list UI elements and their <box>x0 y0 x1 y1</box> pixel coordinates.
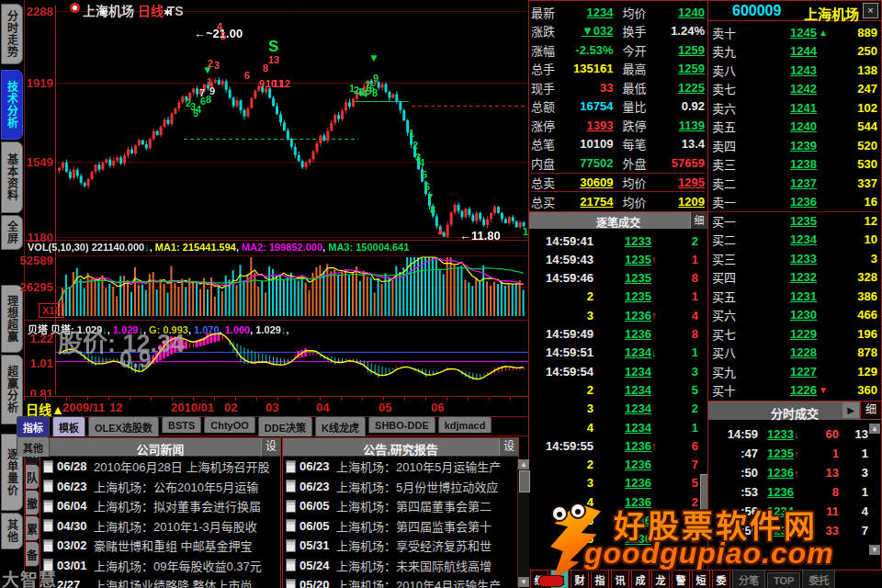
kline-chart-canvas[interactable] <box>24 0 528 241</box>
bottom-tab-逐[interactable]: 逐 <box>550 570 569 588</box>
quote-value[interactable]: 1295 <box>663 175 706 189</box>
bottom-tab-细[interactable]: 细 <box>530 570 548 588</box>
ask-row-卖三[interactable]: 卖三1238530 <box>712 155 877 174</box>
quote-value[interactable]: 1.24% <box>663 24 706 38</box>
quote-value[interactable]: 1209 <box>663 195 706 209</box>
bid-row-买五[interactable]: 买五1231386 <box>712 287 877 305</box>
chart-tab-模板[interactable]: 模板 <box>52 416 85 436</box>
chart-tab-kdjmacd[interactable]: kdjmacd <box>438 416 492 433</box>
period-selector[interactable]: 日线▲ <box>26 400 64 418</box>
bid-row-买四[interactable]: 买四1232328 <box>712 268 877 287</box>
ask-row-卖八[interactable]: 卖八1243138 <box>712 61 877 79</box>
company-news-settings-button[interactable]: 设 <box>261 438 280 456</box>
bottom-tab-TOP[interactable]: TOP <box>767 572 800 588</box>
mini-tab-累[interactable]: 累 <box>25 515 40 541</box>
news-item[interactable]: 05/20上海机场：2010年4月运输生产 <box>283 575 518 588</box>
bottom-tab-财[interactable]: 财 <box>571 570 589 588</box>
news-item[interactable]: 05/31上海机场：享受经济复苏和世 <box>283 536 518 556</box>
close-icon[interactable]: × <box>863 3 878 18</box>
time-sales-row[interactable]: :471235↑11 <box>710 444 868 463</box>
ask-row-卖六[interactable]: 卖六1241102 <box>712 98 877 117</box>
time-sales-row[interactable]: :591236↑337 <box>710 521 868 540</box>
mini-tab-队[interactable]: 队 <box>25 464 40 490</box>
time-sales-row[interactable]: :561234↓114 <box>710 502 868 521</box>
tick-row[interactable]: 412362 <box>531 492 698 511</box>
quote-value[interactable]: 77502 <box>571 156 614 170</box>
chart-tab-ChtyOO[interactable]: ChtyOO <box>204 416 255 433</box>
tick-row[interactable]: 312342 <box>531 400 698 418</box>
news-item[interactable]: 06/05上海机场：第四届董事会第二 <box>283 496 518 516</box>
quote-value[interactable]: 135161 <box>571 62 614 75</box>
bid-row-买三[interactable]: 买三12333 <box>712 249 877 267</box>
chart-tab-指标[interactable]: 指标 <box>17 416 50 436</box>
news-item[interactable]: 04/30上海机场：2010年1-3月每股收 <box>40 516 280 537</box>
quote-value[interactable]: 21754 <box>571 195 614 209</box>
news-scrollbar[interactable]: ▲ ▼ <box>517 459 529 587</box>
time-sales-row[interactable]: :501236↑133 <box>710 463 868 482</box>
ask-row-卖一[interactable]: 卖一123616 <box>712 193 877 211</box>
tick-row[interactable]: 14:59:551236↑6 <box>531 436 698 455</box>
time-sales-row[interactable]: 14:591233↓6013 <box>710 424 868 444</box>
quote-value[interactable]: 1259 <box>663 62 706 75</box>
news-item[interactable]: 06/282010年06月28日 上海机场召开股 <box>40 457 280 477</box>
quote-value[interactable]: 16754 <box>571 99 614 113</box>
tick-row[interactable]: 212351 <box>531 288 698 306</box>
quote-value[interactable]: -2.53% <box>571 43 614 57</box>
news-item[interactable]: 03/01上海机场：09年每股收益0.37元 <box>40 556 280 576</box>
chart-tab-其他[interactable]: 其他 <box>17 436 50 457</box>
bid-row-买十[interactable]: 买十1226▼360 <box>712 381 877 400</box>
tick-detail-button[interactable]: 细 <box>690 212 707 229</box>
bottom-tab-短[interactable]: 短 <box>692 570 710 588</box>
bottom-tab-讯[interactable]: 讯 <box>611 570 629 588</box>
chart-tab-OLEX选股数[interactable]: OLEX选股数 <box>88 416 159 436</box>
tick-row[interactable]: 14:59:4912368 <box>531 325 698 344</box>
news-item[interactable]: 05/24上海机场：未来国际航线高增 <box>283 556 518 576</box>
ts-scroll-up-icon[interactable]: ▲ <box>869 424 880 434</box>
ask-row-卖二[interactable]: 卖二1237337 <box>712 174 877 192</box>
quote-value[interactable]: 1139 <box>663 119 706 132</box>
news-item[interactable]: 06/23上海机场：2010年5月运输生产 <box>283 457 518 477</box>
bottom-tab-分笔[interactable]: 分笔 <box>732 570 765 588</box>
quote-value[interactable]: 1393 <box>571 119 614 132</box>
ask-row-卖九[interactable]: 卖九1244250 <box>712 42 877 61</box>
time-sales-detail-button[interactable]: 细 <box>860 401 881 419</box>
news-item[interactable]: 06/05上海机场：第四届监事会第十 <box>283 516 518 537</box>
mini-tab-备[interactable]: 备 <box>25 541 40 567</box>
quote-value[interactable]: 57659 <box>663 156 706 170</box>
bottom-tab-龙[interactable]: 龙 <box>651 570 670 588</box>
news-item[interactable]: 06/04上海机场：拟对董事会进行换届 <box>40 496 280 516</box>
news-item[interactable]: 06/23上海机场：公布2010年5月运输 <box>40 477 280 497</box>
quote-value[interactable]: 33 <box>571 81 614 95</box>
mini-tab-撤[interactable]: 撤 <box>25 490 40 515</box>
bid-row-买九[interactable]: 买九1227129 <box>712 362 877 380</box>
sidebar-tab-其他[interactable]: 其他 <box>1 513 23 549</box>
news-item[interactable]: 03/02豪赌世博和重组 中邮基金押宝 <box>40 536 280 556</box>
tick-row[interactable]: 212367 <box>531 456 698 474</box>
bottom-tab-成[interactable]: 成 <box>631 570 650 588</box>
bottom-tab-警[interactable]: 警 <box>672 570 690 588</box>
bid-row-买一[interactable]: 买一123512 <box>712 211 877 230</box>
tick-row[interactable]: 212345 <box>531 380 698 399</box>
quote-value[interactable]: 1225 <box>663 81 706 95</box>
tick-row[interactable]: 5123610 <box>531 512 698 530</box>
chart-tab-SHBO-DDE[interactable]: SHBO-DDE <box>368 416 435 433</box>
quote-value[interactable]: ▼032 <box>571 24 614 38</box>
announcement-settings-button[interactable]: 设 <box>499 438 518 456</box>
tick-row[interactable]: 14:59:4612358 <box>531 269 698 288</box>
ts-scroll-down-icon[interactable]: ▼ <box>869 545 880 555</box>
play-icon[interactable]: ▶ <box>842 402 859 418</box>
ask-row-卖十[interactable]: 卖十1245▲889 <box>712 23 877 41</box>
tick-row[interactable]: 14:59:431235↑1 <box>531 250 698 268</box>
bottom-tab-委[interactable]: 委 <box>712 570 730 588</box>
chart-tab-DDE决策[interactable]: DDE决策 <box>258 416 312 436</box>
quote-value[interactable]: 1234 <box>571 6 614 19</box>
tick-row[interactable]: 412341 <box>531 418 698 436</box>
time-sales-row[interactable]: :53123681 <box>710 482 868 502</box>
bid-row-买六[interactable]: 买六1230466 <box>712 306 877 324</box>
scrollbar-thumb[interactable] <box>519 470 530 492</box>
tick-row[interactable]: 31236↑4 <box>531 306 698 324</box>
bid-row-买二[interactable]: 买二123410 <box>712 231 877 249</box>
bid-row-买七[interactable]: 买七1229196 <box>712 324 877 343</box>
chart-tab-K线龙虎[interactable]: K线龙虎 <box>315 416 366 436</box>
ask-row-卖五[interactable]: 卖五1240544 <box>712 118 877 136</box>
